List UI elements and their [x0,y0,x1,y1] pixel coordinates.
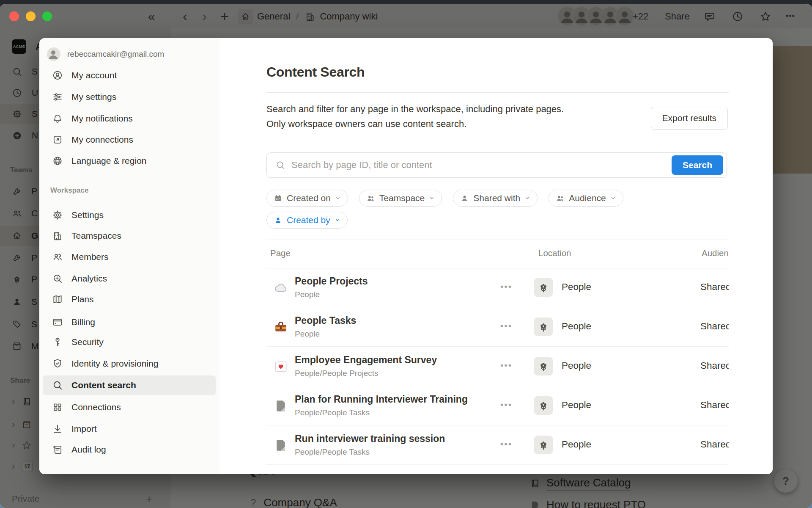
settings-nav-my-account[interactable]: My account [43,66,216,85]
row-menu-button[interactable]: ••• [496,439,517,449]
search-button[interactable]: Search [672,155,723,175]
row-menu-button[interactable]: ••• [496,321,517,331]
settings-nav-my-settings[interactable]: My settings [43,87,216,107]
teamspace-flower-icon [534,357,553,375]
filter-created-by[interactable]: Created by [266,212,348,229]
filter-teamspace[interactable]: Teamspace [359,190,442,207]
chevron-down-icon [429,195,435,201]
credit-card-icon [52,317,63,328]
audience-cell: Shared [700,321,729,332]
row-menu-button[interactable]: ••• [496,360,517,370]
location-cell: People [562,439,591,450]
settings-nav-security[interactable]: Security [43,332,216,352]
page-path-cell: People [295,329,320,339]
import-icon [52,423,63,434]
chevron-down-icon [335,217,340,223]
settings-nav-content-search[interactable]: Content search [43,375,216,395]
building-icon [52,230,63,241]
users-icon [556,194,565,203]
scroll-icon [52,444,63,455]
grid-icon [52,402,63,413]
person-circle-icon [52,70,63,81]
settings-nav-settings[interactable]: Settings [43,205,216,225]
filter-chips: Created on Teamspace Shared with Audienc… [266,190,623,207]
toolbox-icon [273,320,288,335]
key-icon [52,337,63,348]
window-controls [9,11,52,21]
workspace-section-label: Workspace [50,186,88,195]
settings-nav-identity-provisioning[interactable]: Identity & provisioning [43,354,216,373]
location-cell: People [562,360,591,371]
results-table: Page Location Audience People Projects P… [266,240,729,474]
close-window-button[interactable] [9,11,19,21]
page-path-cell: People/People Tasks [295,408,370,417]
page-description: Search and filter for any page in the wo… [266,102,588,131]
minimize-window-button[interactable] [26,11,36,21]
audience-cell: Shared [700,360,729,371]
settings-nav-analytics[interactable]: Analytics [43,269,216,288]
gear-icon [52,210,63,221]
column-header-audience: Audience [702,248,729,258]
search-icon [275,160,285,170]
page-icon [273,398,288,414]
settings-nav-audit-log[interactable]: Audit log [43,440,216,459]
person-icon [274,216,283,225]
table-border [266,240,729,240]
search-input[interactable] [291,160,666,171]
person-icon [460,194,469,203]
account-row: rebeccamcakir@gmail.com [47,47,164,61]
page-title-cell[interactable]: People Tasks [295,315,356,326]
table-row[interactable]: Employee Engagement Survey People/People… [266,347,729,386]
teamspace-flower-icon [534,318,553,336]
magnifier-plus-icon [52,273,63,284]
calendar-icon [274,194,283,203]
divider [266,92,729,93]
page-icon [273,438,288,453]
settings-nav-plans[interactable]: Plans [43,290,216,309]
settings-nav-my-connections[interactable]: My connections [43,130,216,149]
export-results-button[interactable]: Export results [651,107,728,130]
column-header-page: Page [270,248,291,258]
teamspace-flower-icon [534,278,553,297]
arrow-up-right-icon [52,134,63,145]
teamspace-flower-icon [534,396,553,415]
search-bar: Search [266,152,727,178]
page-title-cell[interactable]: Employee Engagement Survey [295,354,437,366]
settings-nav-billing[interactable]: Billing [43,312,216,332]
page-title-cell[interactable]: People Projects [295,276,368,287]
page-path-cell: People [295,290,320,299]
users-icon [52,251,63,262]
settings-nav-language-region[interactable]: Language & region [43,151,216,171]
chevron-down-icon [524,195,530,201]
active-filter-row: Created by [266,212,348,229]
sliders-icon [52,91,63,102]
table-row[interactable]: People Tasks People ••• People Shared [266,307,729,347]
zoom-window-button[interactable] [42,11,52,21]
love-letter-icon [273,359,288,374]
filter-audience[interactable]: Audience [549,190,623,207]
page-path-cell: People/People Tasks [295,447,370,457]
user-avatar [47,47,60,61]
page-title: Content Search [266,64,365,80]
table-row[interactable]: Run interviewer training session People/… [266,425,729,465]
settings-nav-my-notifications[interactable]: My notifications [43,109,216,128]
settings-nav-import[interactable]: Import [43,419,216,439]
page-title-cell[interactable]: Plan for Running Interviewer Training [295,394,468,405]
users-icon [366,194,375,203]
table-row[interactable]: Plan for Running Interviewer Training Pe… [266,386,729,425]
row-menu-button[interactable]: ••• [496,400,517,410]
chevron-down-icon [335,195,341,201]
row-menu-button[interactable]: ••• [496,282,517,292]
settings-modal: rebeccamcakir@gmail.com My account My se… [39,38,773,474]
page-title-cell[interactable]: Run interviewer training session [295,433,445,444]
settings-nav-connections[interactable]: Connections [43,398,216,417]
filter-shared-with[interactable]: Shared with [453,190,538,207]
location-cell: People [562,400,591,411]
table-row[interactable]: People Projects People ••• People Shared [266,268,729,307]
filter-created-on[interactable]: Created on [266,190,348,207]
chevron-down-icon [610,195,616,201]
location-cell: People [562,321,591,332]
settings-nav-members[interactable]: Members [43,247,216,267]
settings-sidebar: rebeccamcakir@gmail.com My account My se… [39,38,219,474]
settings-nav-teamspaces[interactable]: Teamspaces [43,226,216,246]
